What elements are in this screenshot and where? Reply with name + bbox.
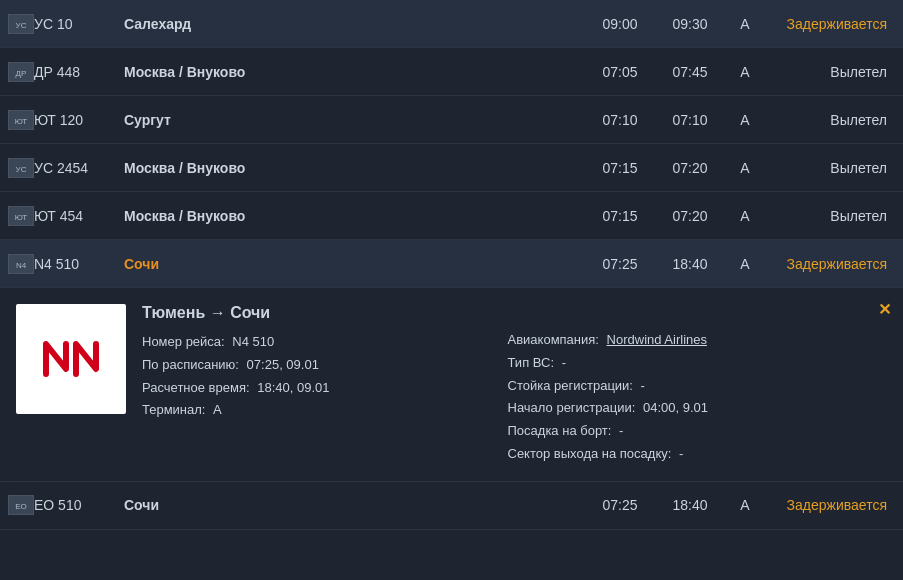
flight-terminal: A (725, 16, 765, 32)
airline-icon-eo: ЕО (8, 495, 34, 515)
airline-icon-n4: N4 (8, 254, 34, 274)
flight-destination: Салехард (124, 16, 585, 32)
flight-actual-time: 07:20 (655, 208, 725, 224)
flight-terminal: A (725, 112, 765, 128)
svg-text:УС: УС (16, 165, 27, 174)
svg-text:N4: N4 (16, 261, 27, 270)
flight-number: ЮТ 120 (34, 112, 124, 128)
flight-row[interactable]: ЕО ЕО 510 Сочи 07:25 18:40 A Задерживает… (0, 482, 903, 530)
flight-destination: Сочи (124, 256, 585, 272)
flight-status: Вылетел (765, 160, 895, 176)
flight-sched-time: 09:00 (585, 16, 655, 32)
flight-number: N4 510 (34, 256, 124, 272)
flight-sched-time: 07:05 (585, 64, 655, 80)
flight-destination: Сургут (124, 112, 585, 128)
svg-text:УС: УС (16, 21, 27, 30)
svg-text:ЮТ: ЮТ (15, 117, 28, 126)
flight-status: Задерживается (765, 256, 895, 272)
flight-row[interactable]: ДР ДР 448 Москва / Внуково 07:05 07:45 A… (0, 48, 903, 96)
svg-text:ЮТ: ЮТ (15, 213, 28, 222)
flight-sched-time: 07:25 (585, 256, 655, 272)
svg-text:ДР: ДР (16, 69, 27, 78)
flight-actual-time: 09:30 (655, 16, 725, 32)
flight-status: Задерживается (765, 16, 895, 32)
detail-gate: Сектор выхода на посадку: - (508, 444, 858, 465)
flight-destination: Сочи (124, 497, 585, 513)
flight-detail-panel: Тюмень → Сочи Номер рейса: N4 510 По рас… (0, 288, 903, 482)
flight-destination: Москва / Внуково (124, 64, 585, 80)
flight-row[interactable]: УС УС 10 Салехард 09:00 09:30 A Задержив… (0, 0, 903, 48)
detail-checkin: Стойка регистрации: - (508, 376, 858, 397)
flight-sched-time: 07:25 (585, 497, 655, 513)
detail-estimated: Расчетное время: 18:40, 09.01 (142, 378, 492, 399)
flight-number: УС 10 (34, 16, 124, 32)
flight-terminal: A (725, 208, 765, 224)
flight-sched-time: 07:10 (585, 112, 655, 128)
flight-terminal: A (725, 160, 765, 176)
flight-destination: Москва / Внуково (124, 208, 585, 224)
flight-status: Вылетел (765, 64, 895, 80)
flight-number: ЕО 510 (34, 497, 124, 513)
svg-text:ЕО: ЕО (15, 502, 27, 511)
flight-number: ДР 448 (34, 64, 124, 80)
flight-actual-time: 18:40 (655, 497, 725, 513)
flight-status: Вылетел (765, 112, 895, 128)
flight-actual-time: 07:45 (655, 64, 725, 80)
detail-schedule: По расписанию: 07:25, 09.01 (142, 355, 492, 376)
flight-status: Задерживается (765, 497, 895, 513)
airline-icon-dr: ДР (8, 62, 34, 82)
flight-number: ЮТ 454 (34, 208, 124, 224)
detail-title: Тюмень → Сочи (142, 304, 492, 322)
detail-aircraft: Тип ВС: - (508, 353, 858, 374)
close-detail-button[interactable]: ✕ (878, 300, 891, 319)
flight-actual-time: 18:40 (655, 256, 725, 272)
flight-destination: Москва / Внуково (124, 160, 585, 176)
detail-reg-start: Начало регистрации: 04:00, 9.01 (508, 398, 858, 419)
detail-airline: Авиакомпания: Nordwind Airlines (508, 330, 858, 351)
airline-icon-uc: УС (8, 158, 34, 178)
flight-actual-time: 07:10 (655, 112, 725, 128)
flight-row[interactable]: ЮТ ЮТ 454 Москва / Внуково 07:15 07:20 A… (0, 192, 903, 240)
flight-sched-time: 07:15 (585, 160, 655, 176)
flight-row[interactable]: УС УС 2454 Москва / Внуково 07:15 07:20 … (0, 144, 903, 192)
flight-sched-time: 07:15 (585, 208, 655, 224)
airline-icon-jot: ЮТ (8, 206, 34, 226)
flight-terminal: A (725, 497, 765, 513)
airline-icon-jot: ЮТ (8, 110, 34, 130)
detail-boarding: Посадка на борт: - (508, 421, 858, 442)
detail-flight: Номер рейса: N4 510 (142, 332, 492, 353)
flight-row[interactable]: N4 N4 510 Сочи 07:25 18:40 A Задерживает… (0, 240, 903, 288)
flight-row[interactable]: ЮТ ЮТ 120 Сургут 07:10 07:10 A Вылетел (0, 96, 903, 144)
flight-number: УС 2454 (34, 160, 124, 176)
flight-terminal: A (725, 64, 765, 80)
airline-logo (16, 304, 126, 414)
airline-icon-uc: УС (8, 14, 34, 34)
flight-status: Вылетел (765, 208, 895, 224)
flight-terminal: A (725, 256, 765, 272)
detail-terminal: Терминал: A (142, 400, 492, 421)
flight-actual-time: 07:20 (655, 160, 725, 176)
